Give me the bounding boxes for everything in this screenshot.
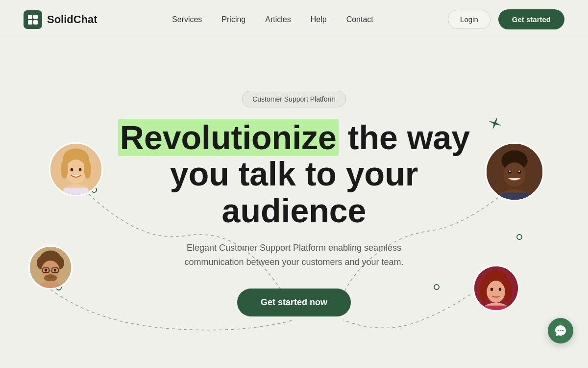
nav-item-contact[interactable]: Contact: [346, 15, 373, 24]
nav-item-articles[interactable]: Articles: [265, 15, 291, 24]
svg-rect-0: [28, 15, 32, 19]
svg-point-16: [84, 160, 91, 179]
hero-section: Customer Support Platform Revolutionize …: [0, 39, 588, 368]
nav-item-help[interactable]: Help: [311, 15, 327, 24]
login-button[interactable]: Login: [448, 10, 490, 29]
svg-point-48: [558, 330, 559, 331]
chat-fab-button[interactable]: [548, 318, 573, 343]
nav-actions: Login Get started: [448, 9, 564, 29]
svg-point-44: [490, 288, 493, 291]
avatar-top-right: [485, 142, 544, 201]
svg-point-50: [562, 330, 564, 331]
nav-item-pricing[interactable]: Pricing: [221, 15, 245, 24]
svg-rect-38: [500, 193, 530, 200]
getstarted-nav-button[interactable]: Get started: [498, 9, 564, 29]
svg-point-35: [518, 170, 520, 172]
svg-point-31: [503, 162, 526, 186]
hero-title-highlight: Revolutionize: [118, 119, 339, 156]
nav-links: Services Pricing Articles Help Contact: [172, 15, 373, 24]
svg-rect-1: [33, 15, 38, 19]
svg-rect-14: [63, 188, 88, 195]
svg-rect-3: [33, 20, 38, 25]
svg-point-49: [560, 330, 562, 331]
svg-point-25: [45, 269, 47, 272]
svg-point-34: [509, 170, 511, 172]
logo-area: SolidChat: [24, 10, 98, 29]
svg-point-6: [517, 235, 522, 239]
svg-point-7: [434, 285, 439, 289]
hero-title: Revolutionize the way you talk to your a…: [118, 119, 470, 229]
avatar-bottom-left: [28, 245, 73, 289]
svg-point-26: [54, 269, 56, 272]
hero-subtitle: Elegant Customer Support Platform enabli…: [162, 241, 426, 269]
hero-badge: Customer Support Platform: [242, 91, 346, 107]
svg-point-27: [44, 274, 57, 282]
svg-point-10: [66, 159, 86, 184]
nav-item-services[interactable]: Services: [172, 15, 202, 24]
logo-icon: [24, 10, 42, 29]
svg-point-11: [71, 168, 74, 172]
avatar-top-left: [49, 142, 103, 196]
svg-point-12: [79, 168, 82, 172]
logo-text: SolidChat: [47, 13, 98, 26]
svg-point-15: [61, 160, 68, 179]
svg-rect-2: [28, 20, 32, 25]
hero-cta-button[interactable]: Get started now: [237, 289, 351, 316]
svg-rect-47: [484, 306, 509, 310]
svg-point-45: [499, 288, 502, 291]
sparkle-decoration: [484, 113, 505, 137]
navbar: SolidChat Services Pricing Articles Help…: [0, 0, 588, 39]
avatar-bottom-right: [473, 265, 519, 312]
svg-point-43: [487, 281, 505, 303]
